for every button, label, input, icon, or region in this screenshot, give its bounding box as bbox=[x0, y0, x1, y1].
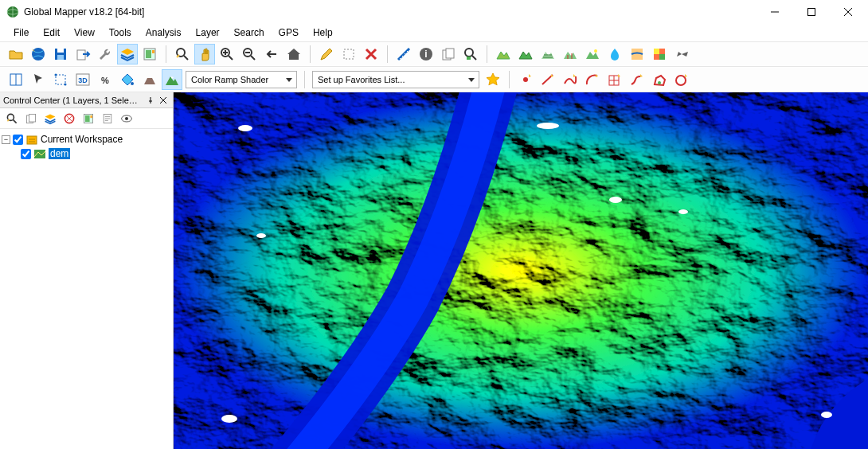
save-icon[interactable] bbox=[50, 44, 71, 64]
digitize-line-icon[interactable] bbox=[538, 69, 558, 90]
draw-rect-icon[interactable] bbox=[338, 44, 359, 64]
toolbar-separator bbox=[509, 71, 510, 88]
terrain-shade-icon[interactable] bbox=[493, 44, 514, 64]
export-icon[interactable] bbox=[72, 44, 93, 64]
map-layout-icon[interactable] bbox=[139, 44, 160, 64]
copy-layer-icon[interactable] bbox=[22, 110, 40, 127]
digitize-circle-icon[interactable] bbox=[671, 69, 692, 90]
terrain-aspect-icon[interactable] bbox=[538, 44, 558, 64]
tree-collapse-icon[interactable]: − bbox=[2, 135, 10, 144]
toolbar-separator bbox=[166, 45, 166, 63]
chevron-down-icon bbox=[466, 74, 477, 85]
tree-root-checkbox[interactable] bbox=[13, 135, 23, 145]
svg-point-48 bbox=[238, 125, 252, 131]
svg-point-52 bbox=[221, 415, 237, 423]
digitize-freehand-icon[interactable] bbox=[627, 69, 647, 90]
zoom-in-icon[interactable] bbox=[217, 44, 237, 64]
dem-layer-icon bbox=[33, 147, 46, 160]
zoom-to-layer-icon[interactable] bbox=[460, 44, 481, 64]
profile-percent-icon[interactable] bbox=[95, 69, 115, 90]
shader-dropdown[interactable]: Color Ramp Shader bbox=[186, 71, 297, 88]
svg-point-49 bbox=[537, 123, 559, 129]
mountain-icon[interactable] bbox=[162, 69, 182, 90]
delete-layer-icon[interactable] bbox=[61, 110, 78, 127]
svg-rect-47 bbox=[174, 92, 868, 449]
toolbar-separator bbox=[310, 45, 311, 63]
panel-close-icon[interactable] bbox=[157, 94, 170, 107]
open-folder-icon[interactable] bbox=[6, 44, 26, 64]
pan-hand-icon[interactable] bbox=[194, 44, 215, 64]
control-center-header: Control Center (1 Layers, 1 Sele… bbox=[0, 92, 173, 108]
window-maximize-button[interactable] bbox=[793, 0, 830, 24]
options-wrench-icon[interactable] bbox=[95, 44, 115, 64]
menu-search[interactable]: Search bbox=[227, 25, 272, 40]
map-view[interactable] bbox=[174, 92, 868, 449]
feature-info-icon[interactable] bbox=[416, 44, 436, 64]
toolbar-separator bbox=[387, 45, 388, 63]
layer-tree: − Current Workspace dem bbox=[0, 129, 173, 449]
home-icon[interactable] bbox=[283, 44, 304, 64]
star-favorite-icon[interactable] bbox=[483, 69, 503, 90]
layer-style-icon[interactable] bbox=[80, 110, 97, 127]
zoom-tool-icon[interactable] bbox=[172, 44, 193, 64]
svg-point-54 bbox=[256, 233, 266, 238]
toolbar-separator bbox=[487, 45, 487, 63]
window-minimize-button[interactable] bbox=[757, 0, 793, 24]
tree-root-row[interactable]: − Current Workspace bbox=[2, 132, 171, 146]
viewshed-icon[interactable] bbox=[582, 44, 603, 64]
layer-preview-icon[interactable] bbox=[118, 110, 135, 127]
menu-gps[interactable]: GPS bbox=[272, 25, 306, 40]
titlebar: Global Mapper v18.2 [64-bit] bbox=[0, 0, 868, 24]
pin-icon[interactable] bbox=[144, 94, 157, 107]
svg-point-51 bbox=[678, 209, 688, 214]
tree-layer-row[interactable]: dem bbox=[2, 146, 171, 161]
zoom-all-icon[interactable] bbox=[3, 110, 21, 127]
menu-tools[interactable]: Tools bbox=[102, 25, 139, 40]
control-center-panel: Control Center (1 Layers, 1 Sele… − Curr… bbox=[0, 92, 174, 449]
pile-icon[interactable] bbox=[139, 69, 160, 90]
window-split-icon[interactable] bbox=[6, 69, 26, 90]
fly-through-icon[interactable] bbox=[671, 44, 692, 64]
digitize-grid-icon[interactable] bbox=[604, 69, 625, 90]
delete-x-icon[interactable] bbox=[361, 44, 381, 64]
volume-fill-icon[interactable] bbox=[117, 69, 138, 90]
view-3d-icon[interactable] bbox=[72, 69, 93, 90]
menu-file[interactable]: File bbox=[6, 25, 36, 40]
selection-rect-icon[interactable] bbox=[50, 69, 71, 90]
menu-view[interactable]: View bbox=[67, 25, 102, 40]
back-arrow-icon[interactable] bbox=[261, 44, 282, 64]
watershed-icon[interactable] bbox=[627, 44, 647, 64]
measure-tool-icon[interactable] bbox=[393, 44, 414, 64]
contour-icon[interactable] bbox=[560, 44, 581, 64]
menu-edit[interactable]: Edit bbox=[36, 25, 67, 40]
edit-pencil-icon[interactable] bbox=[316, 44, 337, 64]
svg-rect-3 bbox=[808, 9, 815, 16]
layer-metadata-icon[interactable] bbox=[99, 110, 116, 127]
workspace-icon bbox=[25, 133, 38, 146]
control-center-icon[interactable] bbox=[117, 44, 138, 64]
chevron-down-icon bbox=[283, 74, 295, 85]
secondary-toolbar: Color Ramp Shader Set up Favorites List.… bbox=[0, 67, 868, 92]
toggle-visible-icon[interactable] bbox=[41, 110, 59, 127]
main-toolbar bbox=[0, 41, 868, 67]
water-drop-icon[interactable] bbox=[604, 44, 625, 64]
toolbar-separator bbox=[304, 71, 305, 88]
favorites-dropdown[interactable]: Set up Favorites List... bbox=[312, 71, 479, 88]
raster-grid-icon[interactable] bbox=[649, 44, 670, 64]
terrain-slope-icon[interactable] bbox=[515, 44, 536, 64]
zoom-out-icon[interactable] bbox=[239, 44, 260, 64]
window-close-button[interactable] bbox=[830, 0, 866, 24]
digitize-trace-icon[interactable] bbox=[560, 69, 581, 90]
menu-layer[interactable]: Layer bbox=[189, 25, 227, 40]
tree-root-label: Current Workspace bbox=[41, 134, 123, 145]
digitize-area-icon[interactable] bbox=[649, 69, 670, 90]
copy-attributes-icon[interactable] bbox=[438, 44, 459, 64]
menu-analysis[interactable]: Analysis bbox=[139, 25, 189, 40]
menu-help[interactable]: Help bbox=[306, 25, 340, 40]
cursor-arrow-icon[interactable] bbox=[28, 69, 49, 90]
app-globe-icon bbox=[6, 6, 19, 18]
tree-layer-checkbox[interactable] bbox=[21, 149, 31, 159]
digitize-point-icon[interactable] bbox=[515, 69, 536, 90]
digitize-arc-icon[interactable] bbox=[582, 69, 603, 90]
globe-icon[interactable] bbox=[28, 44, 49, 64]
